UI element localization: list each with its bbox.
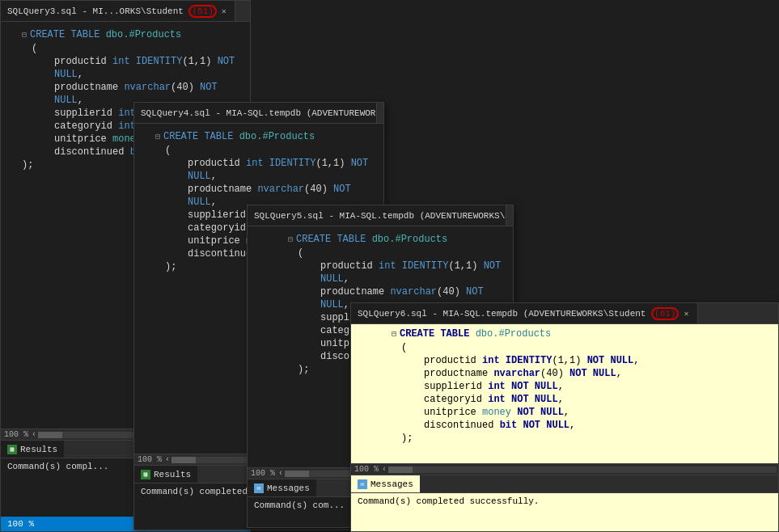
w4-messages-tab[interactable]: ✉ Messages (351, 475, 420, 492)
results-icon: ▦ (7, 445, 17, 454)
code-line: productid int IDENTITY(1,1) NOT NULL, (54, 55, 247, 81)
w4-session-circle: (61) (651, 307, 679, 320)
w1-results-text: Command(s) compl... (7, 462, 108, 471)
window4: SQLQuery6.sql - MIA-SQL.tempdb (ADVENTUR… (350, 302, 779, 532)
w3-zoom: 100 % (248, 469, 278, 478)
w3-tab-bar: SQLQuery5.sql - MIA-SQL.tempdb (ADVENTUR… (248, 205, 513, 226)
code-line: productid int IDENTITY(1,1) NOT NULL, (320, 260, 510, 285)
w1-status-text: 100 % (7, 519, 34, 529)
w3-messages-label: Messages (267, 483, 310, 493)
w1-results-label: Results (20, 445, 57, 454)
code-line: ⊟CREATE TABLE dbo.#Products (392, 327, 775, 341)
code-line: supplierid int NOT NULL, (424, 380, 775, 393)
w2-results-tab[interactable]: ▦ Results (134, 466, 197, 483)
code-line: discontinued bit NOT NULL, (424, 419, 775, 432)
w2-tab-bar: SQLQuery4.sql - MIA-SQL.tempdb (ADVENTUR… (134, 103, 383, 124)
code-line: unitprice money NOT NULL, (424, 406, 775, 419)
code-line: productid int IDENTITY(1,1) NOT NULL, (188, 157, 380, 183)
w2-scroll-arrow[interactable]: ‹ (165, 455, 170, 464)
w1-results-tab[interactable]: ▦ Results (1, 441, 64, 458)
w1-tab-bar: SQLQuery3.sql - MI...ORKS\Student (51) ✕ (1, 1, 250, 22)
code-line: ); (401, 432, 775, 445)
w1-tab-label: SQLQuery3.sql - MI...ORKS\Student (51) (7, 5, 217, 18)
w2-results-text: Command(s) completed (141, 487, 248, 496)
w4-messages-tab-bar: ✉ Messages (351, 475, 778, 493)
w4-editor: ⊟CREATE TABLE dbo.#Products ( productid … (351, 324, 778, 463)
w1-tab[interactable]: SQLQuery3.sql - MI...ORKS\Student (51) ✕ (1, 1, 235, 21)
w1-close-button[interactable]: ✕ (220, 6, 228, 17)
code-line: productname nvarchar(40) NOT NULL, (424, 367, 775, 380)
w4-messages-icon: ✉ (358, 479, 367, 489)
code-line: ⊟CREATE TABLE dbo.#Products (288, 233, 510, 247)
code-line: categoryid int NOT NULL, (424, 393, 775, 406)
w4-hscroll[interactable]: 100 % ‹ (351, 463, 778, 475)
code-line: ( (165, 144, 380, 157)
code-line: ⊟CREATE TABLE dbo.#Products (155, 130, 380, 144)
w3-tab[interactable]: SQLQuery5.sql - MIA-SQL.tempdb (ADVENTUR… (248, 205, 506, 226)
w4-tab[interactable]: SQLQuery6.sql - MIA-SQL.tempdb (ADVENTUR… (351, 303, 698, 323)
code-line: ( (298, 247, 510, 260)
w2-results-icon: ▦ (141, 470, 150, 479)
w2-zoom: 100 % (134, 455, 165, 464)
w3-messages-tab[interactable]: ✉ Messages (248, 479, 316, 496)
w3-scroll-arrow[interactable]: ‹ (278, 469, 283, 478)
w1-scroll-arrow[interactable]: ‹ (32, 430, 36, 439)
w4-messages-text: Command(s) completed successfully. (358, 496, 539, 506)
w3-messages-icon: ✉ (254, 483, 264, 493)
w4-messages-panel: ✉ Messages Command(s) completed successf… (351, 475, 778, 531)
w4-code: ⊟CREATE TABLE dbo.#Products ( productid … (369, 327, 778, 445)
code-line: ( (32, 42, 247, 55)
code-line: productid int IDENTITY(1,1) NOT NULL, (424, 354, 775, 367)
w4-scroll-arrow[interactable]: ‹ (382, 465, 387, 474)
w1-zoom: 100 % (1, 430, 32, 439)
w4-tab-label: SQLQuery6.sql - MIA-SQL.tempdb (ADVENTUR… (358, 307, 679, 320)
w3-messages-text: Command(s) com... (254, 500, 345, 510)
code-line: ( (401, 341, 775, 354)
w3-tab-label: SQLQuery5.sql - MIA-SQL.tempdb (ADVENTUR… (254, 209, 506, 222)
w1-session-circle: (51) (188, 5, 216, 18)
w4-tab-bar: SQLQuery6.sql - MIA-SQL.tempdb (ADVENTUR… (351, 303, 778, 324)
code-line: ⊟CREATE TABLE dbo.#Products (22, 28, 247, 42)
w4-zoom: 100 % (351, 465, 382, 474)
w4-messages-label: Messages (370, 479, 413, 489)
w4-messages-content: Command(s) completed successfully. (351, 493, 778, 531)
w4-close-button[interactable]: ✕ (682, 308, 690, 319)
w2-results-label: Results (154, 470, 191, 479)
w2-tab-label: SQLQuery4.sql - MIA-SQL.tempdb (ADVENTUR… (141, 107, 377, 120)
w2-tab[interactable]: SQLQuery4.sql - MIA-SQL.tempdb (ADVENTUR… (134, 103, 377, 123)
